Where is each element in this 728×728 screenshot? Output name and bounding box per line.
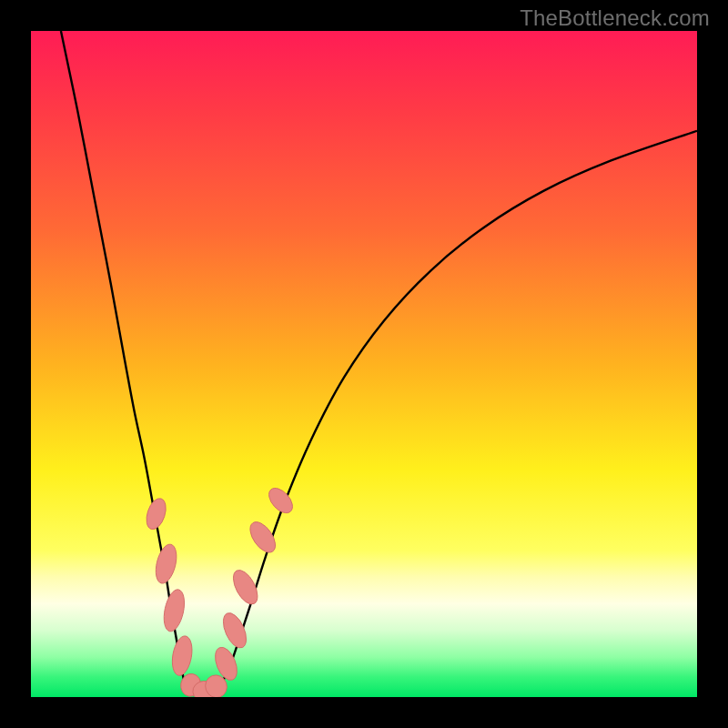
watermark-text: TheBottleneck.com — [520, 5, 710, 31]
marker-0 — [143, 496, 169, 531]
curve-right-branch — [221, 131, 697, 685]
marker-3 — [169, 634, 195, 677]
marker-9 — [228, 566, 262, 608]
chart-curves — [31, 31, 697, 697]
marker-2 — [160, 588, 187, 633]
plot-area — [31, 31, 697, 697]
marker-10 — [245, 518, 280, 557]
marker-1 — [152, 542, 180, 586]
curve-left-branch — [61, 31, 184, 682]
chart-frame: TheBottleneck.com — [0, 0, 728, 728]
